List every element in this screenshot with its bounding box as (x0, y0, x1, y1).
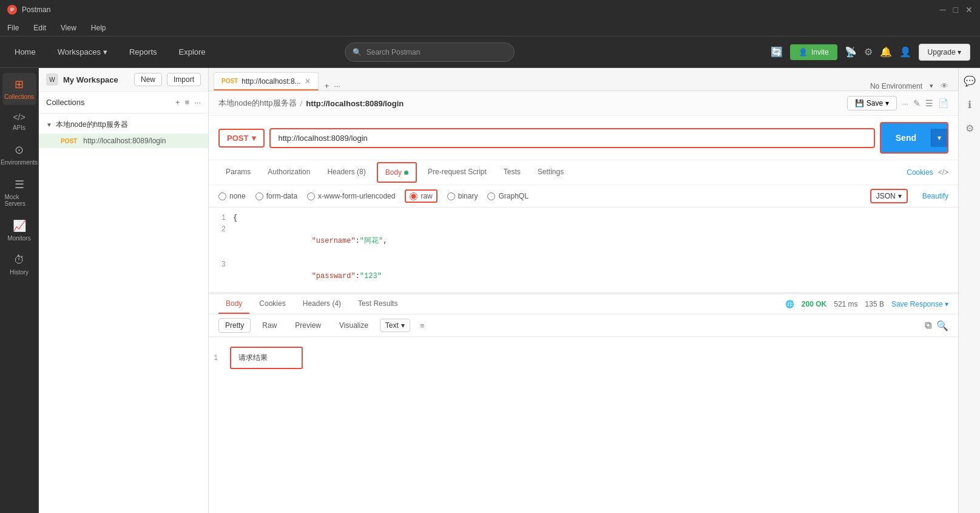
send-main-button[interactable]: Send (881, 128, 931, 148)
broadcast-icon[interactable]: 📡 (845, 46, 857, 58)
format-preview[interactable]: Preview (288, 318, 328, 333)
topnav: Home Workspaces ▾ Reports Explore 🔍 Sear… (0, 36, 980, 68)
tab-tests[interactable]: Tests (496, 163, 528, 182)
window-controls[interactable]: ─ □ ✕ (940, 5, 973, 15)
workspace-name: My Workspace (63, 75, 129, 84)
new-button[interactable]: New (134, 73, 162, 86)
nav-reports[interactable]: Reports (124, 45, 162, 59)
menu-file[interactable]: File (5, 22, 21, 33)
collections-icon: ⊞ (15, 78, 24, 91)
radio-none[interactable]: none (218, 192, 246, 200)
format-visualize[interactable]: Visualize (333, 318, 375, 333)
save-button[interactable]: 💾 Save ▾ (847, 96, 897, 110)
collection-tree: ▼ 本地node的http服务器 POST http://localhost:8… (39, 114, 208, 513)
environments-icon: ⊙ (15, 143, 24, 157)
info-icon[interactable]: 📄 (938, 98, 948, 108)
right-sidebar: 💬 ℹ ⚙ (958, 68, 980, 513)
tab-params[interactable]: Params (218, 163, 258, 182)
sidebar-item-history[interactable]: ⏱ History (2, 249, 36, 280)
tab-authorization[interactable]: Authorization (260, 163, 317, 182)
upgrade-button[interactable]: Upgrade ▾ (919, 44, 970, 61)
sidebar-item-apis[interactable]: </> APIs (2, 107, 36, 136)
add-collection-icon[interactable]: + (175, 98, 180, 107)
copy-icon[interactable]: ⧉ (925, 320, 931, 331)
json-format-selector[interactable]: JSON ▾ (870, 189, 908, 203)
no-environment[interactable]: No Environment (870, 82, 922, 90)
minimize-button[interactable]: ─ (940, 5, 946, 15)
response-status: 🌐 200 OK 521 ms 135 B Save Response ▾ (785, 300, 948, 308)
more-options-icon[interactable]: ··· (194, 98, 201, 107)
settings-icon[interactable]: ⚙ (864, 46, 873, 58)
radio-form-data[interactable]: form-data (255, 192, 297, 200)
notifications-icon[interactable]: 🔔 (880, 46, 892, 58)
sidebar-item-monitors[interactable]: 📈 Monitors (2, 214, 36, 246)
sidebar-item-mock-servers[interactable]: ☰ Mock Servers (2, 173, 36, 212)
nav-workspaces[interactable]: Workspaces ▾ (53, 45, 112, 59)
info-panel-icon[interactable]: ℹ (965, 97, 974, 113)
workspaces-chevron-icon: ▾ (103, 47, 107, 56)
menu-edit[interactable]: Edit (31, 22, 49, 33)
tabs-extra: + ··· (320, 81, 345, 90)
beautify-button[interactable]: Beautify (922, 192, 948, 200)
line-content: { (233, 212, 958, 224)
maximize-button[interactable]: □ (953, 5, 958, 15)
method-selector[interactable]: POST ▾ (218, 129, 265, 148)
profile-icon[interactable]: 👤 (899, 46, 911, 58)
comments-icon[interactable]: 💬 (961, 73, 978, 89)
breadcrumb-more-icon[interactable]: ··· (902, 99, 908, 108)
menu-help[interactable]: Help (89, 22, 109, 33)
tab-close-icon[interactable]: ✕ (305, 77, 311, 86)
response-format: Pretty Raw Preview Visualize Text ▾ ≡ ⧉ … (209, 314, 958, 337)
nav-explore[interactable]: Explore (174, 45, 211, 59)
import-button[interactable]: Import (167, 73, 201, 86)
sidebar-item-environments[interactable]: ⊙ Environments (2, 138, 36, 171)
tab-pre-request-script[interactable]: Pre-request Script (421, 163, 494, 182)
resp-tab-test-results[interactable]: Test Results (351, 294, 405, 314)
resp-tab-cookies[interactable]: Cookies (252, 294, 292, 314)
send-arrow-button[interactable]: ▾ (931, 129, 947, 147)
eye-icon[interactable]: 👁 (941, 81, 948, 90)
sidebar-item-collections[interactable]: ⊞ Collections (2, 73, 36, 105)
edit-icon[interactable]: ✎ (913, 98, 921, 108)
app-name: Postman (22, 5, 50, 14)
description-icon[interactable]: ☰ (925, 98, 933, 108)
invite-button[interactable]: 👤 Invite (790, 44, 837, 60)
menu-view[interactable]: View (58, 22, 79, 33)
radio-raw[interactable]: raw (405, 189, 437, 203)
code-editor[interactable]: 1 { 2 "username":"阿花", 3 "passward":"123… (209, 208, 958, 293)
code-view-icon[interactable]: </> (938, 168, 948, 177)
filter-icon[interactable]: ≡ (185, 98, 190, 107)
add-tab-icon[interactable]: + (325, 81, 329, 90)
resp-tab-headers[interactable]: Headers (4) (296, 294, 348, 314)
sync-icon[interactable]: 🔄 (771, 46, 783, 58)
radio-graphql[interactable]: GraphQL (487, 192, 528, 200)
nav-home[interactable]: Home (10, 45, 41, 59)
search-response-icon[interactable]: 🔍 (936, 320, 948, 331)
cookies-link[interactable]: Cookies (907, 168, 933, 177)
format-pretty[interactable]: Pretty (218, 318, 251, 333)
active-tab[interactable]: POST http://localhost:8... ✕ (214, 72, 319, 90)
resp-tab-body[interactable]: Body (218, 294, 249, 314)
url-input[interactable] (269, 128, 874, 148)
text-format-selector[interactable]: Text ▾ (380, 319, 410, 332)
endpoint-item[interactable]: POST http://localhost:8089/login (39, 134, 208, 148)
radio-urlencoded[interactable]: x-www-form-urlencoded (307, 192, 395, 200)
format-raw[interactable]: Raw (255, 318, 283, 333)
radio-binary[interactable]: binary (447, 192, 478, 200)
body-dot-indicator (404, 171, 408, 175)
tab-headers[interactable]: Headers (8) (320, 163, 373, 182)
more-tabs-icon[interactable]: ··· (334, 81, 340, 90)
response-area: Body Cookies Headers (4) Test Results 🌐 … (209, 293, 958, 513)
right-settings-icon[interactable]: ⚙ (963, 120, 976, 137)
collection-node[interactable]: ▼ 本地node的http服务器 (39, 116, 208, 134)
environments-label: Environments (1, 159, 38, 166)
close-button[interactable]: ✕ (965, 5, 973, 15)
save-response-button[interactable]: Save Response ▾ (891, 300, 948, 308)
tab-body[interactable]: Body (377, 162, 417, 183)
tab-settings[interactable]: Settings (530, 163, 571, 182)
env-arrow-icon[interactable]: ▾ (930, 82, 933, 90)
search-bar[interactable]: 🔍 Search Postman (345, 42, 515, 62)
sidebar-icons: ⊞ Collections </> APIs ⊙ Environments ☰ … (0, 68, 39, 513)
status-code: 200 OK (802, 300, 826, 308)
filter-icon[interactable]: ≡ (420, 321, 425, 330)
